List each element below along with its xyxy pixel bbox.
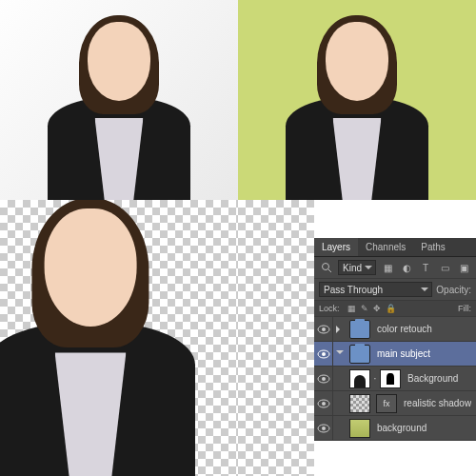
svg-point-9: [322, 402, 326, 406]
tab-paths[interactable]: Paths: [413, 238, 453, 256]
expand-toggle[interactable]: [333, 326, 347, 333]
portrait-figure: [0, 219, 195, 476]
layer-group-color-retouch[interactable]: color retouch: [314, 317, 476, 342]
layer-thumb[interactable]: [349, 419, 370, 438]
lock-all-icon[interactable]: 🔒: [386, 304, 396, 313]
layer-name[interactable]: Background: [404, 373, 458, 384]
blend-opacity-row: Pass Through Opacity:: [314, 279, 476, 301]
expand-toggle[interactable]: [333, 350, 347, 358]
visibility-toggle[interactable]: [314, 317, 333, 341]
visibility-toggle[interactable]: [314, 367, 333, 390]
lock-pixels-icon[interactable]: ✎: [361, 304, 368, 313]
filter-adjust-icon[interactable]: ◐: [399, 260, 414, 275]
layer-name[interactable]: realistic shadow: [400, 398, 471, 408]
variant-gray-bg: [0, 0, 238, 200]
layer-name[interactable]: background: [373, 423, 426, 433]
folder-icon: [349, 345, 370, 364]
tab-channels[interactable]: Channels: [358, 238, 413, 256]
svg-point-7: [322, 377, 326, 381]
portrait-figure: [286, 29, 428, 200]
layer-background-fill[interactable]: background: [314, 416, 476, 441]
svg-point-5: [322, 352, 326, 356]
layer-thumb[interactable]: [349, 394, 370, 413]
visibility-toggle[interactable]: [314, 391, 333, 415]
fill-label: Fill:: [458, 304, 471, 313]
filter-smart-icon[interactable]: ▣: [456, 260, 471, 275]
visibility-toggle[interactable]: [314, 342, 333, 366]
transparency-checker: [238, 200, 314, 476]
variant-green-bg: [238, 0, 476, 200]
filter-kind-select[interactable]: Kind: [338, 260, 376, 275]
layers-panel: Layers Channels Paths Kind ▦ ◐ T ▭ ▣ Pas…: [314, 238, 476, 441]
layer-list: color retouch main subject · Background: [314, 317, 476, 441]
folder-icon: [349, 320, 370, 339]
blend-mode-select[interactable]: Pass Through: [319, 282, 432, 297]
svg-point-3: [322, 327, 326, 331]
image-grid: Layers Channels Paths Kind ▦ ◐ T ▭ ▣ Pas…: [0, 0, 476, 476]
tab-layers[interactable]: Layers: [314, 238, 358, 256]
canvas-with-panel: Layers Channels Paths Kind ▦ ◐ T ▭ ▣ Pas…: [238, 200, 476, 476]
filter-search-icon[interactable]: [319, 260, 334, 275]
lock-transparency-icon[interactable]: ▦: [347, 304, 356, 313]
fx-badge-icon[interactable]: fx: [376, 394, 397, 413]
mask-thumb[interactable]: [380, 369, 401, 388]
svg-line-1: [328, 269, 331, 272]
layer-background-masked[interactable]: · Background: [314, 367, 476, 391]
panel-tabs: Layers Channels Paths: [314, 238, 476, 257]
mask-link-icon[interactable]: ·: [373, 373, 377, 384]
filter-pixel-icon[interactable]: ▦: [380, 260, 395, 275]
layer-thumb[interactable]: [349, 369, 370, 388]
layer-name[interactable]: main subject: [373, 348, 430, 359]
portrait-figure: [48, 29, 190, 200]
lock-fill-row: Lock: ▦ ✎ ✥ 🔒 Fill:: [314, 301, 476, 317]
svg-point-0: [323, 264, 329, 270]
opacity-label: Opacity:: [436, 285, 471, 295]
filter-text-icon[interactable]: T: [418, 260, 433, 275]
layer-realistic-shadow[interactable]: fx realistic shadow: [314, 391, 476, 416]
layer-name[interactable]: color retouch: [373, 324, 432, 334]
variant-transparent-bg: [0, 200, 238, 476]
layer-filter-row: Kind ▦ ◐ T ▭ ▣: [314, 257, 476, 279]
lock-label: Lock:: [319, 304, 340, 313]
visibility-toggle[interactable]: [314, 416, 333, 440]
filter-shape-icon[interactable]: ▭: [437, 260, 452, 275]
svg-point-11: [322, 426, 326, 430]
layer-group-main-subject[interactable]: main subject: [314, 342, 476, 367]
lock-position-icon[interactable]: ✥: [373, 304, 381, 313]
